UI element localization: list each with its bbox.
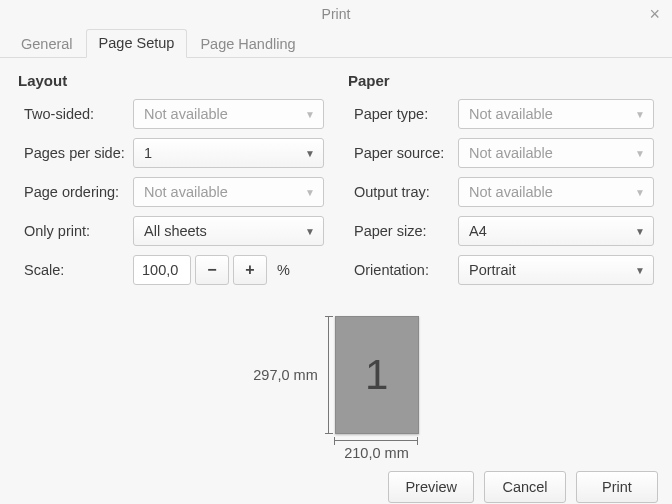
page-ordering-label: Page ordering: bbox=[18, 184, 133, 200]
orientation-value: Portrait bbox=[469, 262, 516, 278]
paper-type-label: Paper type: bbox=[348, 106, 458, 122]
preview-button[interactable]: Preview bbox=[388, 471, 474, 503]
only-print-value: All sheets bbox=[144, 223, 207, 239]
paper-source-label: Paper source: bbox=[348, 145, 458, 161]
only-print-label: Only print: bbox=[18, 223, 133, 239]
layout-title: Layout bbox=[18, 72, 324, 89]
page-preview-inner: 297,0 mm 1 210,0 mm bbox=[253, 316, 418, 461]
scale-unit: % bbox=[271, 262, 290, 278]
orientation-select[interactable]: Portrait ▼ bbox=[458, 255, 654, 285]
scale-label: Scale: bbox=[18, 262, 133, 278]
row-paper-source: Paper source: Not available ▼ bbox=[348, 138, 654, 168]
pages-per-side-select[interactable]: 1 ▼ bbox=[133, 138, 324, 168]
two-sided-label: Two-sided: bbox=[18, 106, 133, 122]
row-scale: Scale: 100,0 − + % bbox=[18, 255, 324, 285]
paper-size-label: Paper size: bbox=[348, 223, 458, 239]
tabstrip: General Page Setup Page Handling bbox=[0, 28, 672, 58]
chevron-down-icon: ▼ bbox=[305, 187, 315, 198]
pages-per-side-value: 1 bbox=[144, 145, 152, 161]
only-print-select[interactable]: All sheets ▼ bbox=[133, 216, 324, 246]
output-tray-value: Not available bbox=[469, 184, 553, 200]
columns: Layout Two-sided: Not available ▼ Pages … bbox=[18, 72, 654, 294]
width-ruler-wrap: 210,0 mm bbox=[334, 440, 418, 461]
scale-decrement-button[interactable]: − bbox=[195, 255, 229, 285]
chevron-down-icon: ▼ bbox=[635, 109, 645, 120]
row-paper-size: Paper size: A4 ▼ bbox=[348, 216, 654, 246]
page-height-label: 297,0 mm bbox=[253, 367, 317, 383]
chevron-down-icon: ▼ bbox=[635, 265, 645, 276]
chevron-down-icon: ▼ bbox=[635, 187, 645, 198]
page-thumbnail: 1 bbox=[335, 316, 419, 434]
paper-section: Paper Paper type: Not available ▼ Paper … bbox=[348, 72, 654, 294]
scale-input[interactable]: 100,0 bbox=[133, 255, 191, 285]
row-only-print: Only print: All sheets ▼ bbox=[18, 216, 324, 246]
horizontal-ruler-icon bbox=[334, 440, 418, 441]
page-preview: 297,0 mm 1 210,0 mm bbox=[18, 316, 654, 461]
paper-type-value: Not available bbox=[469, 106, 553, 122]
scale-increment-button[interactable]: + bbox=[233, 255, 267, 285]
page-number: 1 bbox=[365, 351, 388, 399]
footer-buttons: Preview Cancel Print bbox=[0, 471, 672, 504]
output-tray-select: Not available ▼ bbox=[458, 177, 654, 207]
layout-section: Layout Two-sided: Not available ▼ Pages … bbox=[18, 72, 324, 294]
row-orientation: Orientation: Portrait ▼ bbox=[348, 255, 654, 285]
cancel-button[interactable]: Cancel bbox=[484, 471, 566, 503]
scale-value: 100,0 bbox=[142, 262, 178, 278]
paper-size-value: A4 bbox=[469, 223, 487, 239]
pages-per-side-label: Pages per side: bbox=[18, 145, 133, 161]
row-paper-type: Paper type: Not available ▼ bbox=[348, 99, 654, 129]
page-width-label: 210,0 mm bbox=[344, 445, 408, 461]
titlebar: Print × bbox=[0, 0, 672, 28]
row-output-tray: Output tray: Not available ▼ bbox=[348, 177, 654, 207]
two-sided-value: Not available bbox=[144, 106, 228, 122]
row-two-sided: Two-sided: Not available ▼ bbox=[18, 99, 324, 129]
tab-page-setup[interactable]: Page Setup bbox=[86, 29, 188, 58]
tab-general[interactable]: General bbox=[8, 30, 86, 58]
chevron-down-icon: ▼ bbox=[305, 109, 315, 120]
two-sided-select: Not available ▼ bbox=[133, 99, 324, 129]
print-dialog: Print × General Page Setup Page Handling… bbox=[0, 0, 672, 504]
row-page-ordering: Page ordering: Not available ▼ bbox=[18, 177, 324, 207]
orientation-label: Orientation: bbox=[348, 262, 458, 278]
window-title: Print bbox=[322, 6, 351, 22]
vertical-ruler-icon bbox=[328, 316, 329, 434]
page-ordering-value: Not available bbox=[144, 184, 228, 200]
paper-title: Paper bbox=[348, 72, 654, 89]
scale-group: 100,0 − + % bbox=[133, 255, 290, 285]
tab-page-handling[interactable]: Page Handling bbox=[187, 30, 308, 58]
print-button[interactable]: Print bbox=[576, 471, 658, 503]
page-preview-row: 297,0 mm 1 bbox=[253, 316, 418, 434]
chevron-down-icon: ▼ bbox=[305, 148, 315, 159]
paper-source-select: Not available ▼ bbox=[458, 138, 654, 168]
chevron-down-icon: ▼ bbox=[635, 226, 645, 237]
output-tray-label: Output tray: bbox=[348, 184, 458, 200]
page-ordering-select: Not available ▼ bbox=[133, 177, 324, 207]
chevron-down-icon: ▼ bbox=[635, 148, 645, 159]
chevron-down-icon: ▼ bbox=[305, 226, 315, 237]
close-icon[interactable]: × bbox=[649, 0, 660, 28]
paper-source-value: Not available bbox=[469, 145, 553, 161]
row-pages-per-side: Pages per side: 1 ▼ bbox=[18, 138, 324, 168]
paper-type-select: Not available ▼ bbox=[458, 99, 654, 129]
dialog-body: Layout Two-sided: Not available ▼ Pages … bbox=[0, 58, 672, 471]
paper-size-select[interactable]: A4 ▼ bbox=[458, 216, 654, 246]
